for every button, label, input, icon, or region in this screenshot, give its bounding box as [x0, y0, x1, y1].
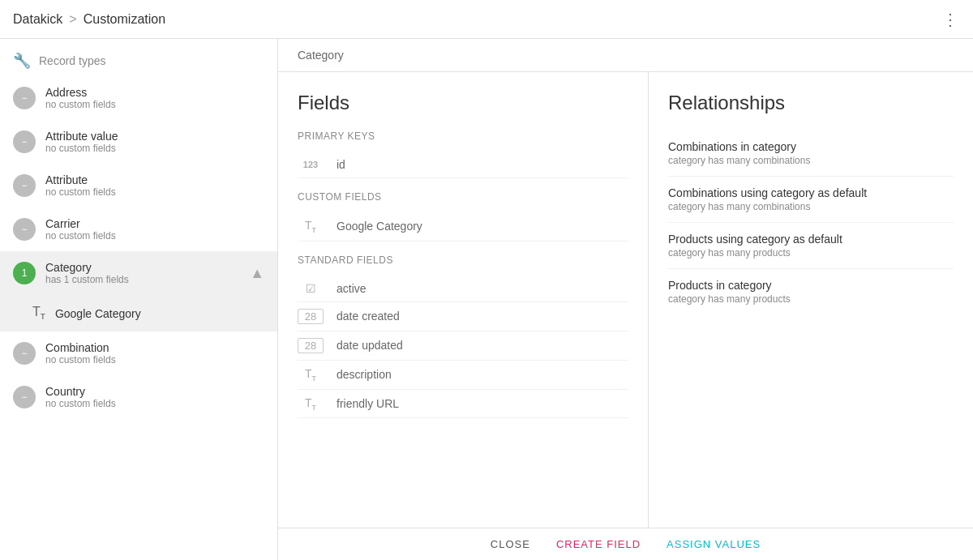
- sidebar-badge-address: −: [13, 87, 36, 109]
- sidebar: 🔧 Record types − Address no custom field…: [0, 39, 278, 560]
- record-types-header: 🔧 Record types: [0, 39, 277, 76]
- main-layout: 🔧 Record types − Address no custom field…: [0, 39, 973, 560]
- sidebar-item-sub-country: no custom fields: [45, 398, 264, 409]
- rel-desc-3: category has many products: [668, 293, 954, 305]
- field-name-friendly-url: friendly URL: [336, 397, 399, 410]
- standard-field-friendly-url: Tт friendly URL: [298, 390, 628, 419]
- sidebar-info-carrier: Carrier no custom fields: [45, 217, 264, 242]
- calendar-type-icon-2: 28: [298, 338, 324, 353]
- checkbox-type-icon: ☑: [298, 282, 324, 295]
- sidebar-badge-carrier: −: [13, 218, 36, 241]
- field-name-date-created: date created: [336, 310, 400, 323]
- custom-fields-label: Custom fields: [298, 191, 628, 203]
- app-name: Datakick: [13, 12, 62, 27]
- primary-key-row: 123 id: [298, 152, 628, 178]
- calendar-type-icon-1: 28: [298, 309, 324, 324]
- sidebar-badge-category: 1: [13, 262, 36, 284]
- sidebar-item-name-category: Category: [45, 261, 240, 274]
- standard-field-active: ☑ active: [298, 276, 628, 302]
- sidebar-badge-combination: −: [13, 342, 36, 365]
- sidebar-info-country: Country no custom fields: [45, 385, 264, 409]
- sidebar-item-name-attribute: Attribute: [45, 173, 264, 186]
- app-header: Datakick > Customization ⋮: [0, 0, 973, 39]
- fields-panel: Fields Primary keys 123 id Custom fields…: [278, 72, 649, 528]
- sidebar-item-name-attribute-value: Attribute value: [45, 130, 264, 143]
- sidebar-item-sub-carrier: no custom fields: [45, 230, 264, 242]
- sidebar-item-sub-attribute-value: no custom fields: [45, 143, 264, 154]
- sidebar-badge-attribute: −: [13, 174, 36, 197]
- standard-fields-label: Standard fields: [298, 254, 628, 266]
- sidebar-info-attribute-value: Attribute value no custom fields: [45, 130, 264, 154]
- rel-name-0: Combinations in category: [668, 140, 954, 153]
- sidebar-sub-item-name: Google Category: [55, 307, 141, 320]
- relationship-item-1: Combinations using category as default c…: [668, 177, 954, 223]
- sidebar-item-combination[interactable]: − Combination no custom fields: [0, 331, 277, 375]
- breadcrumb: Datakick > Customization: [13, 12, 165, 27]
- sidebar-item-name-combination: Combination: [45, 341, 264, 354]
- content-footer: CLOSE CREATE FIELD ASSIGN VALUES: [278, 528, 973, 560]
- custom-field-row-google-category: Tт Google Category: [298, 212, 628, 242]
- relationships-title: Relationships: [668, 92, 954, 114]
- standard-field-date-created: 28 date created: [298, 302, 628, 331]
- field-name-description: description: [336, 368, 392, 381]
- more-options-icon[interactable]: ⋮: [942, 10, 960, 29]
- rel-desc-2: category has many products: [668, 247, 954, 259]
- rel-name-3: Products in category: [668, 279, 954, 292]
- sidebar-item-sub-combination: no custom fields: [45, 354, 264, 365]
- relationships-panel: Relationships Combinations in category c…: [649, 72, 973, 528]
- create-field-button[interactable]: CREATE FIELD: [556, 538, 641, 550]
- wrench-icon: 🔧: [13, 52, 31, 70]
- chevron-up-icon: ▲: [250, 265, 264, 282]
- content-breadcrumb: Category: [278, 39, 973, 72]
- sidebar-info-category: Category has 1 custom fields: [45, 261, 240, 285]
- field-name-active: active: [336, 282, 366, 295]
- sidebar-info-combination: Combination no custom fields: [45, 341, 264, 365]
- sidebar-item-sub-category: has 1 custom fields: [45, 274, 240, 285]
- rel-name-1: Combinations using category as default: [668, 186, 954, 199]
- primary-keys-label: Primary keys: [298, 130, 628, 142]
- sidebar-section-label: Record types: [39, 54, 105, 67]
- sidebar-info-attribute: Attribute no custom fields: [45, 173, 264, 198]
- relationship-item-3: Products in category category has many p…: [668, 269, 954, 314]
- sidebar-info-address: Address no custom fields: [45, 86, 264, 110]
- field-name-date-updated: date updated: [336, 339, 403, 352]
- relationship-item-2: Products using category as default categ…: [668, 223, 954, 269]
- sidebar-item-attribute-value[interactable]: − Attribute value no custom fields: [0, 120, 277, 164]
- text-type-icon-custom: Tт: [298, 219, 324, 234]
- sidebar-item-name-country: Country: [45, 385, 264, 398]
- relationship-item-0: Combinations in category category has ma…: [668, 130, 954, 177]
- text-type-icon-desc: Tт: [298, 367, 324, 383]
- page-title: Customization: [84, 12, 165, 27]
- text-type-icon-url: Tт: [298, 396, 324, 412]
- rel-desc-1: category has many combinations: [668, 201, 954, 212]
- primary-key-name: id: [336, 158, 345, 171]
- numeric-type-icon: 123: [298, 160, 324, 169]
- sidebar-badge-country: −: [13, 386, 36, 408]
- sidebar-item-sub-attribute: no custom fields: [45, 186, 264, 198]
- sidebar-item-country[interactable]: − Country no custom fields: [0, 375, 277, 419]
- content-area: Category Fields Primary keys 123 id Cust…: [278, 39, 973, 560]
- standard-field-date-updated: 28 date updated: [298, 331, 628, 361]
- custom-field-name: Google Category: [336, 220, 422, 233]
- sidebar-item-attribute[interactable]: − Attribute no custom fields: [0, 164, 277, 207]
- breadcrumb-separator: >: [69, 12, 76, 27]
- rel-desc-0: category has many combinations: [668, 155, 954, 166]
- rel-name-2: Products using category as default: [668, 233, 954, 246]
- assign-values-button[interactable]: ASSIGN VALUES: [667, 538, 761, 550]
- sidebar-sub-item-google-category[interactable]: Tт Google Category: [0, 295, 277, 331]
- close-button[interactable]: CLOSE: [491, 538, 530, 550]
- text-type-icon: Tт: [32, 305, 45, 322]
- sidebar-badge-attribute-value: −: [13, 130, 36, 153]
- sidebar-item-sub-address: no custom fields: [45, 99, 264, 110]
- fields-title: Fields: [298, 92, 628, 114]
- sidebar-item-name-address: Address: [45, 86, 264, 99]
- standard-field-description: Tт description: [298, 361, 628, 390]
- sidebar-item-carrier[interactable]: − Carrier no custom fields: [0, 207, 277, 251]
- sidebar-item-name-carrier: Carrier: [45, 217, 264, 230]
- sidebar-item-category[interactable]: 1 Category has 1 custom fields ▲: [0, 251, 277, 295]
- sidebar-item-address[interactable]: − Address no custom fields: [0, 76, 277, 120]
- content-body: Fields Primary keys 123 id Custom fields…: [278, 72, 973, 528]
